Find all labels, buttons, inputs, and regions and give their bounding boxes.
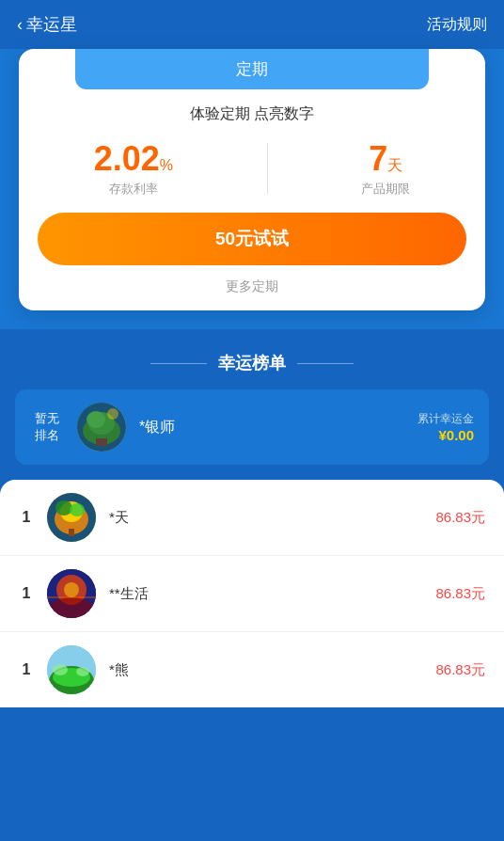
interest-rate-block: 2.02% 存款利率 <box>94 139 173 198</box>
back-icon: ‹ <box>17 15 23 35</box>
list-username: **生活 <box>109 585 422 603</box>
lucky-money-block: 累计幸运金 ¥0.00 <box>417 411 474 443</box>
list-username: *熊 <box>109 661 422 679</box>
title-line-right <box>297 363 354 364</box>
page-title: 幸运星 <box>26 13 77 36</box>
product-card: 定期 体验定期 点亮数字 2.02% 存款利率 7天 产品期限 50元试试 更多… <box>19 49 485 310</box>
lucky-money-value: ¥0.00 <box>417 427 474 443</box>
svg-rect-4 <box>96 438 107 446</box>
rank-number: 1 <box>19 509 34 526</box>
my-username: *银师 <box>139 418 404 437</box>
svg-point-10 <box>70 503 85 516</box>
svg-point-9 <box>55 500 72 516</box>
list-item: 1 **生活 86.83元 <box>0 556 504 632</box>
card-stats: 2.02% 存款利率 7天 产品期限 <box>19 134 485 213</box>
leaderboard-section: 幸运榜单 暂无 排名 *银师 累计幸运金 ¥0.00 1 <box>0 329 504 707</box>
top-section: 定期 体验定期 点亮数字 2.02% 存款利率 7天 产品期限 50元试试 更多… <box>0 49 504 329</box>
card-subtitle: 体验定期 点亮数字 <box>19 89 485 134</box>
interest-rate-value: 2.02% <box>94 139 173 179</box>
section-title-row: 幸运榜单 <box>0 352 504 374</box>
list-username: *天 <box>109 509 422 527</box>
interest-rate-label: 存款利率 <box>94 181 173 198</box>
my-rank-label: 暂无 排名 <box>30 410 64 444</box>
stats-divider <box>267 143 268 194</box>
svg-point-3 <box>87 411 105 428</box>
my-rank-card: 暂无 排名 *银师 累计幸运金 ¥0.00 <box>15 389 489 465</box>
user-avatar <box>47 645 96 694</box>
lucky-money-label: 累计幸运金 <box>417 411 474 427</box>
trial-button[interactable]: 50元试试 <box>38 213 466 265</box>
svg-point-5 <box>107 408 118 420</box>
my-avatar <box>77 403 126 452</box>
header: ‹ 幸运星 活动规则 <box>0 0 504 49</box>
rank-number: 1 <box>19 585 34 602</box>
list-amount: 86.83元 <box>435 585 485 603</box>
product-tab[interactable]: 定期 <box>75 49 429 89</box>
list-item: 1 *天 86.83元 <box>0 480 504 556</box>
list-amount: 86.83元 <box>435 661 485 679</box>
svg-point-16 <box>64 582 79 597</box>
duration-label: 产品期限 <box>361 181 410 198</box>
svg-point-20 <box>53 664 68 675</box>
leaderboard-list: 1 *天 86.83元 1 **生活 86.83元 <box>0 480 504 707</box>
back-button[interactable]: ‹ 幸运星 <box>17 13 77 36</box>
svg-point-21 <box>76 667 89 676</box>
rule-link[interactable]: 活动规则 <box>427 15 487 35</box>
list-amount: 86.83元 <box>435 509 485 527</box>
svg-rect-11 <box>69 529 74 536</box>
list-item: 1 *熊 86.83元 <box>0 632 504 707</box>
user-avatar <box>47 569 96 618</box>
title-line-left <box>150 363 207 364</box>
rank-number: 1 <box>19 661 34 678</box>
more-link[interactable]: 更多定期 <box>19 278 485 310</box>
duration-value: 7天 <box>361 139 410 179</box>
section-title: 幸运榜单 <box>218 352 286 374</box>
user-avatar <box>47 493 96 542</box>
duration-block: 7天 产品期限 <box>361 139 410 198</box>
